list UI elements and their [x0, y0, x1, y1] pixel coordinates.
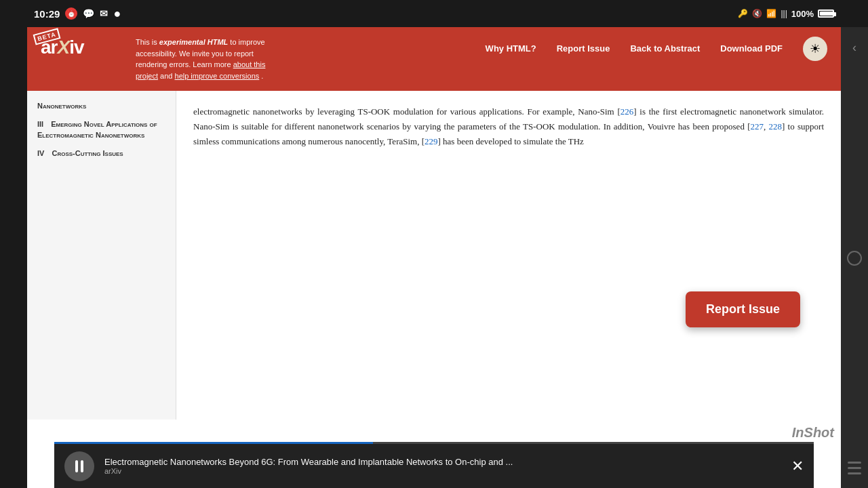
inshot-watermark: InShot — [792, 425, 834, 441]
ref-227[interactable]: 227 — [751, 121, 764, 131]
right-panel-line-2 — [848, 467, 861, 469]
pause-bar-left — [75, 460, 78, 472]
main-area: BETA arXiv This is experimental HTML to … — [27, 27, 841, 488]
right-panel-chevron[interactable]: ‹ — [852, 41, 856, 55]
audio-title: Electromagnetic Nanonetworks Beyond 6G: … — [104, 457, 781, 467]
dot-indicator: ● — [113, 7, 121, 21]
right-panel-circle — [847, 251, 862, 266]
arxiv-logo: BETA arXiv — [41, 37, 84, 58]
ref-226[interactable]: 226 — [620, 106, 634, 117]
mute-icon: 🔇 — [752, 9, 762, 18]
report-overlay-button[interactable]: Report Issue — [686, 291, 800, 327]
sidebar-roman-iv: IV — [37, 149, 44, 157]
pause-icon — [75, 460, 83, 472]
right-panel: ‹ — [841, 27, 868, 488]
sidebar-roman-iii: III — [37, 120, 43, 128]
battery-percent: 100% — [791, 9, 814, 19]
time-display: 10:29 — [34, 8, 60, 20]
key-icon: 🔑 — [738, 9, 748, 18]
battery-icon — [818, 9, 834, 18]
close-audio-button[interactable]: ✕ — [791, 458, 804, 475]
nav-download-pdf[interactable]: Download PDF — [720, 43, 783, 55]
nav-back-abstract[interactable]: Back to Abstract — [630, 43, 700, 55]
ref-228[interactable]: 228 — [769, 121, 783, 131]
link-connector: and — [160, 72, 174, 80]
main-paragraph: electromagnetic nanonetworks by leveragi… — [193, 104, 824, 149]
brightness-button[interactable]: ☀ — [803, 37, 827, 61]
sidebar-item-nanonetworks[interactable]: Nanonetworks — [37, 101, 165, 111]
wifi-icon: 📶 — [766, 9, 776, 18]
content-body: Nanonetworks III Emerging Novel Applicat… — [27, 91, 841, 420]
nav-why-html[interactable]: Why HTML? — [486, 43, 536, 55]
brightness-icon: ☀ — [810, 41, 821, 56]
main-text-area: electromagnetic nanonetworks by leveragi… — [176, 91, 841, 420]
clock-icon: ⏰ — [65, 7, 77, 20]
audio-source: arXiv — [104, 467, 781, 475]
header-description: This is experimental HTML to improve acc… — [136, 37, 285, 81]
left-border — [0, 0, 27, 488]
audio-info: Electromagnetic Nanonetworks Beyond 6G: … — [104, 457, 781, 475]
nav-report-issue[interactable]: Report Issue — [557, 43, 610, 55]
battery-fill — [820, 12, 833, 16]
notification-icon: 💬 — [83, 8, 94, 19]
audio-player-bar: Electromagnetic Nanonetworks Beyond 6G: … — [54, 444, 814, 488]
pause-button[interactable] — [64, 451, 94, 481]
sidebar-item-emerging[interactable]: III Emerging Novel Applications of Elect… — [37, 119, 165, 140]
header-nav: Why HTML? Report Issue Back to Abstract … — [486, 37, 827, 61]
improve-conversions-link[interactable]: help improve conversions — [175, 72, 260, 80]
sidebar: Nanonetworks III Emerging Novel Applicat… — [27, 91, 176, 420]
experimental-html-text: experimental HTML — [159, 38, 228, 46]
arxiv-logo-area: BETA arXiv — [41, 37, 122, 58]
ref-229[interactable]: 229 — [425, 136, 438, 146]
sidebar-crosscutting-label: Cross-Cutting Issues — [52, 149, 123, 157]
right-panel-line-3 — [848, 472, 861, 474]
period: . — [261, 72, 263, 80]
status-bar: 10:29 ⏰ 💬 ✉ ● 🔑 🔇 📶 ||| 100% — [27, 0, 841, 27]
sidebar-emerging-label: Emerging Novel Applications of Electroma… — [37, 120, 157, 138]
arxiv-header: BETA arXiv This is experimental HTML to … — [27, 27, 841, 91]
status-right: 🔑 🔇 📶 ||| 100% — [738, 9, 834, 19]
sidebar-item-crosscutting[interactable]: IV Cross-Cutting Issues — [37, 148, 165, 159]
right-panel-lines — [848, 462, 861, 474]
right-panel-line-1 — [848, 462, 861, 464]
sidebar-nanonetworks-label: Nanonetworks — [37, 102, 86, 110]
gmail-icon: ✉ — [100, 8, 108, 19]
signal-bars: ||| — [781, 9, 787, 18]
status-left: 10:29 ⏰ 💬 ✉ ● — [34, 7, 121, 21]
pause-bar-right — [81, 460, 83, 472]
